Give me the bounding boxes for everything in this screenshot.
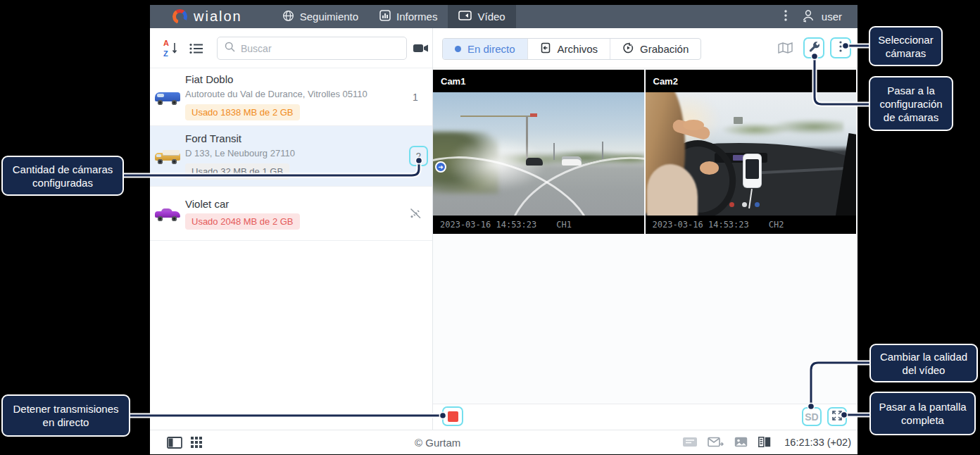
sort-letter-z: Z [163,49,168,58]
unit-row-violet-car[interactable]: Violet car Usado 2048 MB de 2 GB [150,187,432,241]
callout-select-cameras: Seleccionar cámaras [869,26,943,66]
fullscreen-button[interactable] [827,407,847,426]
camera-tile-2: Cam2 [646,70,857,234]
send-message-icon[interactable] [708,437,724,450]
camera-osd: 2023-03-16 14:53:23 CH1 [433,216,644,234]
tab-label: Vídeo [477,11,505,23]
unit-address: D 133, Le Neubourg 27110 [185,148,432,158]
search-icon [225,42,235,55]
scene-console-knob [742,202,747,207]
scene-dark-car [526,158,543,166]
split-view-icon[interactable] [758,437,771,450]
scene-crane-cab [530,113,537,117]
camera-grid: Cam1 ➜ [433,70,856,234]
search-input[interactable] [241,43,399,54]
archive-file-icon [540,42,551,56]
tab-informes[interactable]: Informes [369,5,448,28]
stop-streams-button[interactable] [442,406,463,426]
scene-road-sign [734,117,743,124]
no-signal-icon [398,207,432,220]
camera-title: Cam2 [646,70,857,92]
tab-label: Seguimiento [300,11,358,23]
video-toolbar: En directo Archivos Grabación [433,28,857,68]
vehicle-icon [150,206,185,221]
video-view-tabs: En directo Archivos Grabación [442,38,701,60]
cam1-video-frame[interactable]: ➜ [433,92,644,216]
scene-console-knob [755,202,760,207]
camera-filter-icon[interactable] [413,43,429,56]
sort-letter-a: A [163,39,169,47]
wrench-icon [808,41,820,56]
footer-tools [683,437,771,450]
unit-name: Violet car [185,198,398,210]
video-quality-button[interactable]: SD [802,407,822,426]
select-cameras-button[interactable] [830,37,851,58]
camera-count: 1 [398,92,432,103]
scene-white-van [562,156,582,166]
callout-open-camera-settings: Pasar a la configuración de cámaras [869,76,953,131]
tab-archivos[interactable]: Archivos [527,39,610,59]
left-panel-toggle-icon[interactable] [167,437,182,451]
cam2-video-frame[interactable] [646,92,857,216]
scene-pole [553,143,555,161]
vehicle-icon [150,149,185,164]
callout-configured-cameras-count: Cantidad de cámaras configuradas [1,156,124,196]
camera-channel: CH1 [556,220,572,230]
unit-info: Fiat Doblo Autoroute du Val de Durance, … [185,73,398,120]
tab-grabacion[interactable]: Grabación [610,39,701,59]
copyright-label: © Gurtam [415,437,460,449]
video-screen-icon [458,11,472,23]
unit-info: Violet car Usado 2048 MB de 2 GB [185,198,398,230]
camera-timestamp: 2023-03-16 14:53:23 [440,220,536,230]
apps-grid-icon[interactable] [191,437,203,451]
map-icon[interactable] [778,42,793,56]
stop-icon [448,411,458,422]
unit-row-ford-transit[interactable]: Ford Transit D 133, Le Neubourg 27110 Us… [150,126,432,187]
wialon-logo: wialon [172,8,242,25]
unit-name: Fiat Doblo [185,73,398,85]
sort-az-icon[interactable]: A Z [163,41,178,56]
sidebar-toolbar: A Z [150,28,432,68]
user-label: user [822,11,842,23]
callout-go-fullscreen: Pasar a la pantalla completa [869,392,976,435]
video-bottom-controls: SD [433,404,857,430]
wialon-app-window: wialon Seguimiento Informes [150,5,857,454]
media-gallery-icon[interactable] [734,437,748,450]
globe-icon [282,10,294,24]
topbar-right-cluster: user [784,8,842,25]
live-dot-icon [455,46,461,52]
units-sidebar: A Z [150,28,433,430]
unit-address: Autoroute du Val de Durance, Vitrolles 0… [185,89,398,99]
top-navigation-bar: wialon Seguimiento Informes [150,5,857,28]
list-view-icon[interactable] [189,43,203,57]
scene-crane-jib [460,116,530,117]
fullscreen-icon [831,410,843,424]
tab-seguimiento[interactable]: Seguimiento [272,5,369,28]
callout-change-video-quality: Cambiar la calidad del vídeo [869,344,978,382]
status-bar: © Gurtam 16:21:33 (+02) [150,430,857,454]
tab-video[interactable]: Vídeo [448,5,515,28]
recording-icon [622,42,634,56]
storage-usage-badge: Usado 2048 MB de 2 GB [185,213,300,230]
scene-pole [602,142,603,159]
video-main-panel: En directo Archivos Grabación [433,28,857,430]
more-options-icon[interactable] [784,10,787,24]
top-nav-tabs: Seguimiento Informes Vídeo [272,5,516,28]
notifications-icon[interactable] [683,437,697,450]
tab-label: Archivos [558,43,598,55]
unit-row-fiat-doblo[interactable]: Fiat Doblo Autoroute du Val de Durance, … [150,68,432,126]
tab-en-directo[interactable]: En directo [443,39,527,59]
vertical-dots-icon [839,41,842,55]
camera-timestamp: 2023-03-16 14:53:23 [653,220,749,230]
scene-roundabout-sign: ➜ [435,161,446,173]
camera-settings-button[interactable] [803,37,824,58]
user-icon [801,8,815,25]
search-field-wrap [217,37,407,60]
clock-label: 16:21:33 (+02) [784,437,851,448]
wialon-logo-icon [172,9,187,24]
scene-phone-mount [743,154,761,187]
unit-name: Ford Transit [185,132,432,144]
report-chart-icon [379,10,391,23]
camera-title: Cam1 [433,70,644,92]
user-menu[interactable]: user [801,8,842,25]
